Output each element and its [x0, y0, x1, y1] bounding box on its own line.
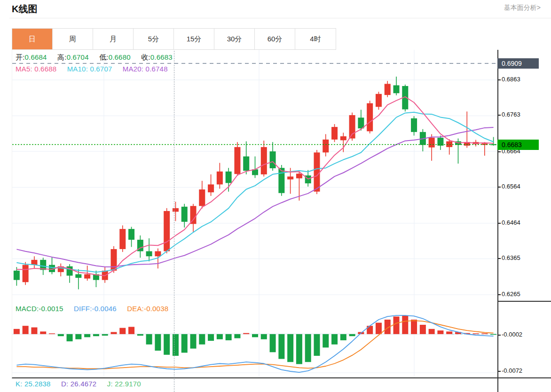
axis-tick: [498, 79, 501, 80]
macd-label: MACD:: [16, 305, 39, 313]
tab-day[interactable]: 日: [12, 29, 53, 49]
page-title: K线图: [12, 3, 37, 16]
price-tick-label: 0.6763: [502, 111, 520, 118]
price-chart-canvas: [12, 50, 498, 301]
low-value: 0.6680: [109, 53, 131, 61]
price-axis-border: [497, 50, 498, 392]
diff-value: -0.0046: [92, 305, 117, 313]
k-label: K:: [16, 380, 23, 388]
ma10-value: 0.6707: [90, 65, 112, 73]
price-tick-label: 0.6863: [502, 76, 520, 83]
tab-week[interactable]: 周: [53, 29, 93, 49]
close-label: 收:: [141, 53, 150, 61]
price-tick-label: 0.6464: [502, 219, 520, 226]
tab-month[interactable]: 月: [93, 29, 134, 49]
price-chart[interactable]: [12, 50, 498, 302]
axis-tick: [498, 294, 501, 295]
macd-legend: MACD:-0.0015 DIFF:-0.0046 DEA:-0.0038: [16, 305, 177, 313]
axis-tick: [498, 371, 501, 372]
open-label: 开:: [16, 53, 25, 61]
crosshair-vertical-line: [174, 51, 174, 392]
ma-legend: MA5: 0.6688 MA10: 0.6707 MA20: 0.6748: [16, 65, 176, 73]
axis-tick: [498, 151, 501, 152]
price-tick-label: 0.6365: [502, 254, 520, 261]
j-value: 22.9170: [115, 380, 141, 388]
macd-tick-label: -0.0002: [502, 331, 522, 338]
ma5-label: MA5:: [16, 65, 32, 73]
price-tick-label: 0.6265: [502, 290, 520, 298]
header-divider: [9, 18, 551, 18]
ma5-value: 0.6688: [34, 65, 56, 73]
period-tab-bar: 日 周 月 5分 15分 30分 60分 4时: [12, 28, 336, 50]
axis-tick: [498, 223, 501, 224]
k-value: 25.2838: [24, 380, 51, 388]
dea-label: DEA:: [127, 305, 144, 313]
d-value: 26.4672: [71, 380, 97, 388]
tab-30min[interactable]: 30分: [214, 29, 255, 49]
high-label: 高:: [57, 53, 67, 61]
ma10-label: MA10:: [67, 65, 88, 73]
axis-tick: [498, 187, 501, 188]
price-panel-border-ext: [497, 301, 551, 302]
high-value: 0.6704: [67, 53, 89, 61]
ma20-value: 0.6748: [146, 65, 168, 73]
axis-tick: [498, 335, 501, 336]
tab-5min[interactable]: 5分: [134, 29, 174, 49]
macd-value: -0.0015: [39, 305, 63, 313]
ohlc-legend: 开:0.6684 高:0.6704 低:0.6680 收:0.6683: [16, 53, 181, 62]
ma20-label: MA20:: [123, 65, 143, 73]
close-value: 0.6683: [150, 53, 173, 61]
tab-15min[interactable]: 15分: [174, 29, 214, 49]
dea-value: -0.0038: [144, 305, 168, 313]
diff-label: DIFF:: [74, 305, 92, 313]
macd-tick-label: -0.0072: [502, 367, 522, 374]
kdj-legend: K: 25.2838 D: 26.4672 J: 22.9170: [16, 380, 150, 388]
macd-panel-border-ext: [497, 377, 551, 378]
tab-60min[interactable]: 60分: [255, 29, 295, 49]
price-tick-label: 0.6564: [502, 183, 520, 190]
low-label: 低:: [99, 53, 109, 61]
axis-tick: [498, 115, 501, 116]
current-price-box: 0.6683: [497, 140, 539, 150]
open-value: 0.6684: [25, 53, 47, 61]
j-label: J:: [107, 380, 113, 388]
tab-4hour[interactable]: 4时: [295, 29, 336, 49]
d-label: D:: [61, 380, 68, 388]
upper-ref-price-box: 0.6909: [497, 58, 539, 69]
fundamental-analysis-link[interactable]: 基本面分析>: [504, 4, 541, 12]
axis-tick: [498, 258, 501, 259]
